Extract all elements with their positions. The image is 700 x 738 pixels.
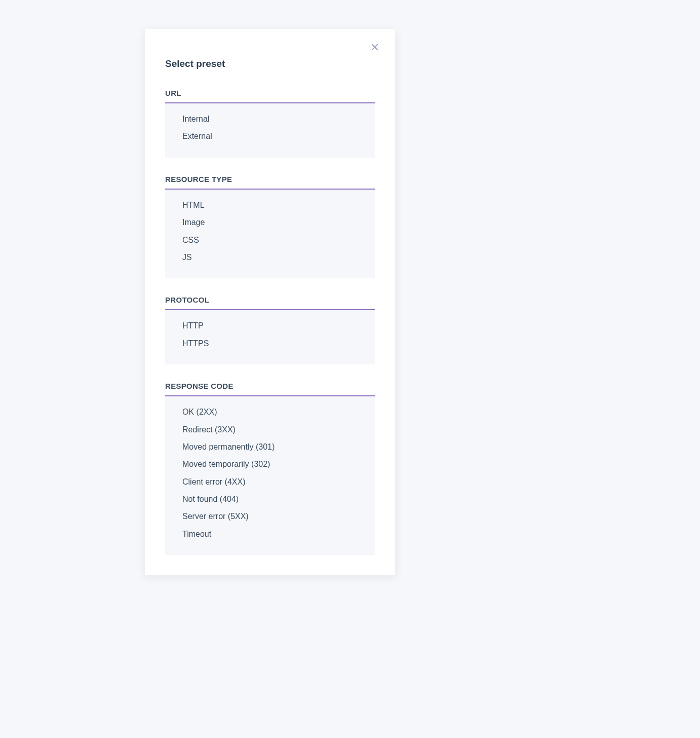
preset-item[interactable]: HTTPS bbox=[182, 335, 358, 352]
section-body: HTTP HTTPS bbox=[165, 310, 375, 364]
section-header: PROTOCOL bbox=[165, 296, 375, 310]
preset-item[interactable]: Timeout bbox=[182, 526, 358, 543]
section-body: HTML Image CSS JS bbox=[165, 190, 375, 279]
section-header: URL bbox=[165, 89, 375, 103]
preset-item[interactable]: Moved permanently (301) bbox=[182, 438, 358, 456]
section-protocol: PROTOCOL HTTP HTTPS bbox=[165, 296, 375, 364]
select-preset-dialog: Select preset URL Internal External RESO… bbox=[145, 29, 395, 575]
preset-item[interactable]: JS bbox=[182, 249, 358, 266]
section-body: Internal External bbox=[165, 103, 375, 158]
preset-item[interactable]: External bbox=[182, 128, 358, 145]
section-header: RESOURCE TYPE bbox=[165, 175, 375, 190]
preset-item[interactable]: Internal bbox=[182, 110, 358, 128]
preset-item[interactable]: Moved temporarily (302) bbox=[182, 456, 358, 473]
preset-item[interactable]: Not found (404) bbox=[182, 491, 358, 508]
preset-item[interactable]: OK (2XX) bbox=[182, 403, 358, 421]
close-icon bbox=[370, 43, 379, 52]
section-resource-type: RESOURCE TYPE HTML Image CSS JS bbox=[165, 175, 375, 279]
section-url: URL Internal External bbox=[165, 89, 375, 158]
preset-item[interactable]: Client error (4XX) bbox=[182, 473, 358, 491]
preset-item[interactable]: HTTP bbox=[182, 317, 358, 335]
preset-item[interactable]: CSS bbox=[182, 232, 358, 249]
dialog-title: Select preset bbox=[165, 58, 375, 69]
preset-item[interactable]: HTML bbox=[182, 197, 358, 214]
preset-item[interactable]: Image bbox=[182, 214, 358, 231]
preset-item[interactable]: Redirect (3XX) bbox=[182, 421, 358, 438]
section-response-code: RESPONSE CODE OK (2XX) Redirect (3XX) Mo… bbox=[165, 382, 375, 555]
preset-item[interactable]: Server error (5XX) bbox=[182, 508, 358, 525]
close-button[interactable] bbox=[369, 41, 381, 53]
section-body: OK (2XX) Redirect (3XX) Moved permanentl… bbox=[165, 396, 375, 555]
section-header: RESPONSE CODE bbox=[165, 382, 375, 396]
